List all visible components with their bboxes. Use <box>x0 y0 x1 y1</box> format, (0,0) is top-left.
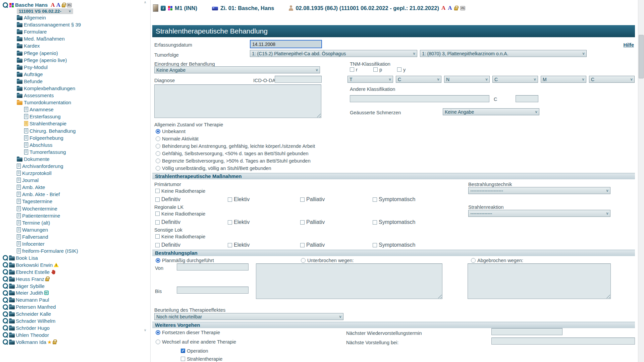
andere-klassifikation-input[interactable] <box>350 95 489 102</box>
sidebar-item-amb-akte[interactable]: Amb. Akte <box>0 184 144 191</box>
sidebar-item-patiententermine[interactable]: Patiententermine <box>0 212 144 219</box>
sidebar-item-ersterfassung[interactable]: Ersterfassung <box>0 113 144 120</box>
sidebar-item-warnungen[interactable]: Warnungen <box>0 226 144 233</box>
patient-item[interactable]: Petersen Manfred <box>0 303 144 310</box>
checkbox[interactable] <box>350 67 354 72</box>
checkbox[interactable] <box>155 234 160 239</box>
cb-palliativ[interactable]: Palliativ <box>300 242 373 248</box>
bis-input[interactable] <box>177 287 249 294</box>
tnm-select-c3[interactable]: C <box>589 76 635 83</box>
zustand-option-1[interactable]: Normale Aktivität <box>156 136 199 141</box>
info-icon[interactable] <box>161 6 166 11</box>
patient-item[interactable]: Volkmann Ida <box>0 339 144 346</box>
checkbox[interactable] <box>373 243 377 247</box>
zustand-option-4[interactable]: Begrenzte Selbstversorgung, >50% d. Tage… <box>156 158 311 163</box>
plan-option-abgebrochen[interactable]: Abgebrochen wegen: <box>471 258 523 263</box>
scroll-up-icon[interactable]: ∧ <box>144 1 146 4</box>
patient-item[interactable]: Schrader Wilhelm <box>0 317 144 324</box>
tnm-flag-r[interactable]: r <box>350 67 358 72</box>
checkbox[interactable] <box>181 357 185 361</box>
tnm-flag-y[interactable]: y <box>397 67 406 72</box>
radio-selected[interactable] <box>156 330 160 335</box>
sidebar-item-freiform-formulare[interactable]: freiform-Formulare (ISIK) <box>0 247 144 254</box>
sidebar-item-termine-alt[interactable]: Termine (alt) <box>0 219 144 226</box>
strahlenreaktion-select[interactable]: -------------- <box>468 210 610 217</box>
primaertumor-keine-radiotherapie[interactable]: Keine Radiotherapie <box>155 188 205 193</box>
case-selector[interactable]: 111001 VS 06.02.22- <box>17 8 73 14</box>
checkbox[interactable] <box>228 197 232 202</box>
checkbox[interactable] <box>373 220 377 225</box>
patient-item[interactable]: Book Lisa <box>0 254 144 261</box>
sonstige-keine-radiotherapie[interactable]: Keine Radiotherapie <box>155 234 205 239</box>
checkbox[interactable] <box>155 197 160 202</box>
patient-item[interactable]: Heuss Franz <box>0 276 144 283</box>
checkbox[interactable] <box>397 67 401 72</box>
radio[interactable] <box>156 166 160 171</box>
sidebar-item-infocenter[interactable]: Infocenter <box>0 240 144 247</box>
help-link[interactable]: Hilfe <box>614 42 634 48</box>
scroll-down-icon[interactable]: ∨ <box>144 328 146 332</box>
regionale-keine-radiotherapie[interactable]: Keine Radiotherapie <box>155 211 205 216</box>
sidebar-item-kurzprotokoll[interactable]: Kurzprotokoll <box>0 170 144 177</box>
radio[interactable] <box>156 340 160 344</box>
weiteres-cb-operation[interactable]: Operation <box>181 348 208 353</box>
sidebar-item-allgemein[interactable]: Allgemein <box>0 14 144 21</box>
weiteres-option-wechsel[interactable]: Wechsel auf eine andere Therapie <box>156 339 236 344</box>
schmerzen-select[interactable]: Keine Angabe <box>443 108 539 115</box>
checkbox[interactable] <box>155 220 160 225</box>
vorstellung-bei-input[interactable] <box>491 338 635 345</box>
sidebar-item-tagestermine[interactable]: Tagestermine <box>0 198 144 205</box>
radio[interactable] <box>156 144 160 148</box>
tnm-flag-p[interactable]: p <box>373 67 382 72</box>
sidebar-item-wochentermine[interactable]: Wochentermine <box>0 205 144 212</box>
radio-selected[interactable] <box>156 129 160 134</box>
plan-option-planmaessig[interactable]: Planmäßig durchgeführt <box>156 258 214 263</box>
sidebar-item-entlassmanagement[interactable]: Entlassmanagement § 39 <box>0 21 144 28</box>
weiteres-cb-strahlentherapie[interactable]: Strahlentherapie <box>181 356 222 361</box>
sidebar-item-kardex[interactable]: Kardex <box>0 42 144 49</box>
sidebar-item-tumordokumentation[interactable]: Tumordokumentation <box>0 99 144 106</box>
cb-symptomatisch[interactable]: Symptomatisch <box>373 242 445 248</box>
radio[interactable] <box>471 258 476 263</box>
cb-elektiv[interactable]: Elektiv <box>228 219 300 225</box>
radio[interactable] <box>156 151 160 156</box>
von-input[interactable] <box>177 263 249 270</box>
erfassungsdatum-input[interactable]: 14.11.2008 <box>250 40 322 48</box>
sidebar-item-formulare[interactable]: Formulare <box>0 28 144 35</box>
checkbox[interactable] <box>373 197 377 202</box>
radio[interactable] <box>156 136 160 141</box>
cb-elektiv[interactable]: Elektiv <box>228 242 300 248</box>
cb-symptomatisch[interactable]: Symptomatisch <box>373 219 445 225</box>
weiteres-option-fortsetzen[interactable]: Fortsetzen dieser Therapie <box>156 330 220 335</box>
checkbox[interactable] <box>155 212 160 216</box>
checkbox[interactable] <box>300 197 305 202</box>
patient-item[interactable]: Jäger Sybille <box>0 283 144 290</box>
sidebar-item-journal[interactable]: Journal <box>0 177 144 184</box>
sidebar-item-folgeerhebung[interactable]: Folgeerhebung <box>0 134 144 141</box>
checkbox[interactable] <box>228 220 232 225</box>
patient-item[interactable]: Meier Judith <box>0 289 144 296</box>
patient-item[interactable]: Schröder Hugo <box>0 324 144 331</box>
cb-elektiv[interactable]: Elektiv <box>228 196 300 202</box>
sidebar-item-abschluss[interactable]: Abschluss <box>0 141 144 148</box>
zustand-option-2[interactable]: Behinderung bei Anstrengung, gehfähig, l… <box>156 143 315 148</box>
sidebar-item-fallversand[interactable]: Fallversand <box>0 233 144 240</box>
sidebar-item-med-massnahmen[interactable]: Med. Maßnahmen <box>0 35 144 42</box>
sidebar-item-strahlentherapie[interactable]: Strahlentherapie <box>0 120 144 127</box>
bestrahlungstechnik-select[interactable]: --------------------- <box>468 187 610 194</box>
checkbox-checked[interactable] <box>181 349 185 353</box>
patient-header[interactable]: Basche Hans <box>3 2 72 8</box>
tnm-select-c1[interactable]: C <box>396 76 441 83</box>
radio-selected[interactable] <box>156 258 160 263</box>
patient-item[interactable]: Neumann Paul <box>0 296 144 303</box>
radio[interactable] <box>301 258 306 263</box>
sidebar-item-tumorerfassung[interactable]: Tumorerfassung <box>0 148 144 156</box>
wiedervorstellung-input[interactable] <box>491 328 562 335</box>
sidebar-item-psy-modul[interactable]: Psy-Modul <box>0 64 144 71</box>
scrollbar-thumb[interactable] <box>639 35 644 78</box>
tnm-select-m[interactable]: M <box>541 76 586 83</box>
patient-item[interactable]: Ebrecht Estelle <box>0 268 144 276</box>
zustand-option-3[interactable]: Gehfähig, Selbstversorgung, <50% d. tage… <box>156 151 309 156</box>
andere-c-input[interactable] <box>516 95 538 102</box>
sidebar-item-dokumente[interactable]: Dokumente <box>0 156 144 163</box>
